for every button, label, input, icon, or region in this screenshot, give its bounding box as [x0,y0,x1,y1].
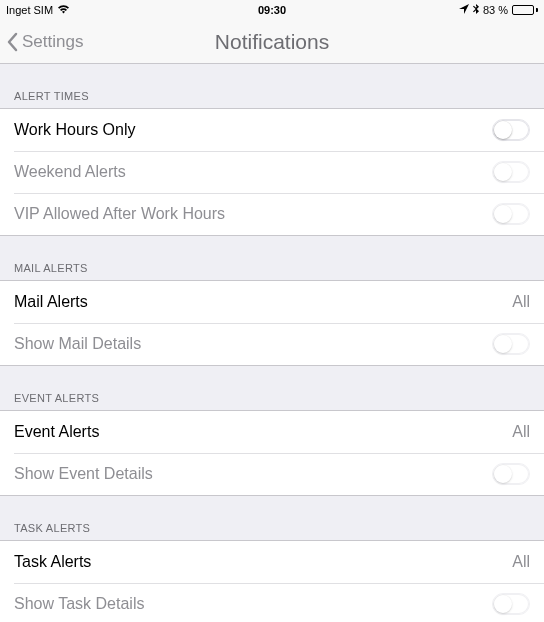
row-show-event-details: Show Event Details [0,453,544,495]
row-work-hours-only[interactable]: Work Hours Only [0,109,544,151]
toggle-event-details [492,463,530,485]
row-vip-after-hours: VIP Allowed After Work Hours [0,193,544,235]
row-value: All [512,553,530,571]
toggle-task-details [492,593,530,615]
row-label: Work Hours Only [14,121,136,139]
row-mail-alerts[interactable]: Mail Alerts All [0,281,544,323]
section-header-mail-alerts: MAIL ALERTS [0,236,544,280]
nav-bar: Settings Notifications [0,20,544,64]
row-label: VIP Allowed After Work Hours [14,205,225,223]
section-header-event-alerts: EVENT ALERTS [0,366,544,410]
battery-icon [512,5,538,15]
toggle-vip [492,203,530,225]
row-show-task-details: Show Task Details [0,583,544,622]
wifi-icon [57,4,70,16]
page-title: Notifications [215,30,329,54]
chevron-left-icon [6,32,18,52]
row-value: All [512,293,530,311]
status-time: 09:30 [258,4,286,16]
group-task-alerts: Task Alerts All Show Task Details [0,540,544,622]
status-bar: Inget SIM 09:30 83 % [0,0,544,20]
row-task-alerts[interactable]: Task Alerts All [0,541,544,583]
section-header-task-alerts: TASK ALERTS [0,496,544,540]
row-label: Mail Alerts [14,293,88,311]
row-label: Event Alerts [14,423,99,441]
row-label: Show Mail Details [14,335,141,353]
section-header-alert-times: ALERT TIMES [0,64,544,108]
group-mail-alerts: Mail Alerts All Show Mail Details [0,280,544,366]
row-weekend-alerts: Weekend Alerts [0,151,544,193]
toggle-weekend [492,161,530,183]
row-value: All [512,423,530,441]
row-label: Show Task Details [14,595,144,613]
toggle-mail-details [492,333,530,355]
row-label: Weekend Alerts [14,163,126,181]
row-show-mail-details: Show Mail Details [0,323,544,365]
row-label: Show Event Details [14,465,153,483]
location-icon [459,4,469,16]
group-alert-times: Work Hours Only Weekend Alerts VIP Allow… [0,108,544,236]
back-label: Settings [22,32,83,52]
row-event-alerts[interactable]: Event Alerts All [0,411,544,453]
bluetooth-icon [473,4,479,17]
group-event-alerts: Event Alerts All Show Event Details [0,410,544,496]
row-label: Task Alerts [14,553,91,571]
carrier-label: Inget SIM [6,4,53,16]
toggle-work-hours[interactable] [492,119,530,141]
battery-percent: 83 % [483,4,508,16]
back-button[interactable]: Settings [0,32,83,52]
